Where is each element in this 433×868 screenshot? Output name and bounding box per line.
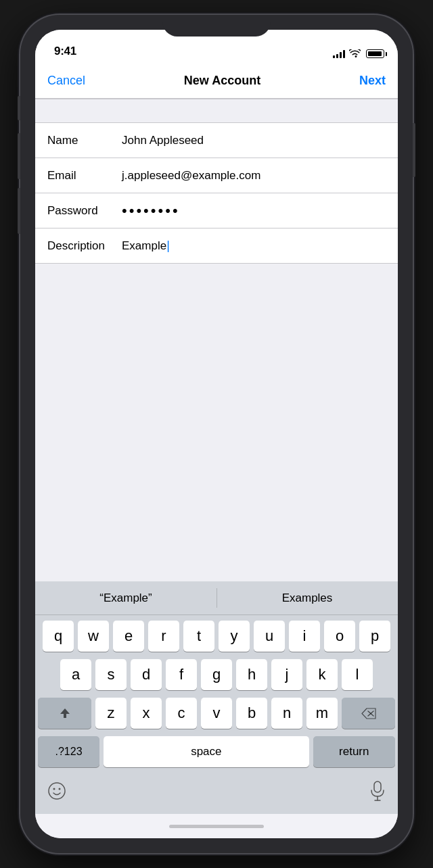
key-row-3: z x c v b n m bbox=[38, 698, 395, 729]
nav-bar: Cancel New Account Next bbox=[35, 64, 398, 99]
home-bar bbox=[169, 825, 264, 828]
phone-screen: 9:41 bbox=[35, 30, 398, 838]
status-time: 9:41 bbox=[54, 45, 76, 58]
signal-icon bbox=[333, 49, 345, 58]
key-c[interactable]: c bbox=[166, 698, 197, 729]
key-x[interactable]: x bbox=[131, 698, 162, 729]
next-button[interactable]: Next bbox=[359, 74, 386, 88]
key-i[interactable]: i bbox=[289, 621, 320, 652]
key-k[interactable]: k bbox=[306, 659, 338, 690]
key-m[interactable]: m bbox=[306, 698, 338, 729]
nav-title: New Account bbox=[184, 74, 260, 88]
return-key[interactable]: return bbox=[313, 736, 395, 767]
key-q[interactable]: q bbox=[43, 621, 74, 652]
microphone-button[interactable] bbox=[369, 781, 386, 804]
autocomplete-item-1[interactable]: Examples bbox=[216, 581, 398, 614]
numbers-key[interactable]: .?123 bbox=[38, 736, 99, 767]
description-value[interactable]: Example bbox=[122, 239, 386, 253]
key-e[interactable]: e bbox=[113, 621, 144, 652]
form-separator bbox=[35, 99, 398, 123]
empty-space bbox=[35, 264, 398, 581]
key-y[interactable]: y bbox=[219, 621, 250, 652]
key-w[interactable]: w bbox=[78, 621, 109, 652]
key-h[interactable]: h bbox=[236, 659, 267, 690]
email-value[interactable]: j.appleseed@example.com bbox=[122, 169, 386, 183]
wifi-icon bbox=[349, 49, 361, 58]
form-section: Name John Appleseed Email j.appleseed@ex… bbox=[35, 123, 398, 264]
battery-icon bbox=[366, 49, 384, 58]
phone-frame: 9:41 bbox=[20, 15, 413, 853]
key-n[interactable]: n bbox=[271, 698, 302, 729]
svg-point-3 bbox=[53, 788, 55, 790]
autocomplete-bar: “Example” Examples bbox=[35, 581, 398, 615]
cancel-button[interactable]: Cancel bbox=[47, 74, 85, 88]
key-a[interactable]: a bbox=[60, 659, 91, 690]
svg-point-2 bbox=[49, 783, 65, 799]
key-g[interactable]: g bbox=[201, 659, 232, 690]
key-j[interactable]: j bbox=[271, 659, 302, 690]
keyboard: q w e r t y u i o p a s bbox=[35, 615, 398, 777]
key-t[interactable]: t bbox=[183, 621, 214, 652]
backspace-key[interactable] bbox=[342, 698, 395, 729]
keyboard-bottom-bar bbox=[35, 777, 398, 814]
volume-up-button bbox=[18, 133, 20, 179]
key-p[interactable]: p bbox=[359, 621, 390, 652]
key-f[interactable]: f bbox=[166, 659, 197, 690]
keyboard-container: “Example” Examples q w e r t y bbox=[35, 581, 398, 814]
key-l[interactable]: l bbox=[342, 659, 373, 690]
description-field-row[interactable]: Description Example bbox=[35, 228, 398, 264]
key-r[interactable]: r bbox=[148, 621, 179, 652]
key-row-1: q w e r t y u i o p bbox=[38, 621, 395, 652]
svg-rect-5 bbox=[374, 781, 381, 792]
password-label: Password bbox=[47, 204, 122, 218]
key-s[interactable]: s bbox=[95, 659, 127, 690]
power-button bbox=[413, 123, 415, 177]
volume-down-button bbox=[18, 188, 20, 234]
space-key[interactable]: space bbox=[104, 736, 309, 767]
key-u[interactable]: u bbox=[254, 621, 285, 652]
key-v[interactable]: v bbox=[201, 698, 232, 729]
password-value[interactable]: •••••••• bbox=[122, 202, 386, 220]
key-b[interactable]: b bbox=[236, 698, 267, 729]
email-label: Email bbox=[47, 169, 122, 183]
key-row-4: .?123 space return bbox=[38, 736, 395, 767]
home-indicator bbox=[35, 814, 398, 838]
name-value[interactable]: John Appleseed bbox=[122, 134, 386, 147]
name-field-row[interactable]: Name John Appleseed bbox=[35, 123, 398, 158]
shift-key[interactable] bbox=[38, 698, 91, 729]
key-z[interactable]: z bbox=[95, 698, 127, 729]
description-label: Description bbox=[47, 239, 122, 253]
email-field-row[interactable]: Email j.appleseed@example.com bbox=[35, 158, 398, 193]
key-d[interactable]: d bbox=[131, 659, 162, 690]
status-icons bbox=[333, 49, 384, 58]
name-label: Name bbox=[47, 134, 122, 147]
notch bbox=[162, 15, 271, 37]
password-field-row[interactable]: Password •••••••• bbox=[35, 193, 398, 228]
svg-point-4 bbox=[59, 788, 61, 790]
key-row-2: a s d f g h j k l bbox=[38, 659, 395, 690]
autocomplete-item-0[interactable]: “Example” bbox=[35, 581, 216, 614]
emoji-button[interactable] bbox=[47, 781, 66, 803]
key-o[interactable]: o bbox=[324, 621, 355, 652]
silent-switch bbox=[18, 96, 20, 120]
